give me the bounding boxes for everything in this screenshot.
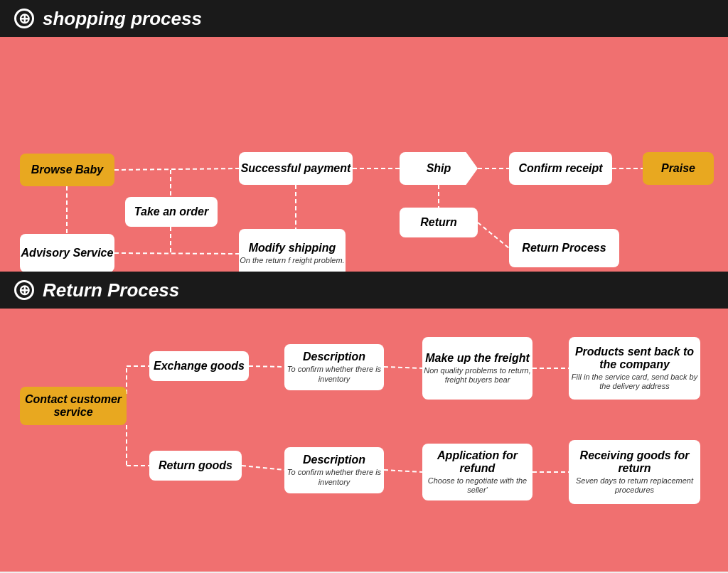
contact-node: Contact customer service <box>20 387 127 425</box>
exchange-goods-label: Exchange goods <box>154 360 245 373</box>
svg-line-10 <box>478 223 509 248</box>
return-goods-node: Return goods <box>149 451 242 481</box>
svg-line-15 <box>249 366 284 367</box>
modify-shipping-label: Modify shipping <box>249 242 336 255</box>
makeup-freight-node: Make up the freight Non quality problems… <box>422 337 532 400</box>
plus-icon-2: ⊕ <box>14 280 34 300</box>
modify-shipping-sub: On the return f reight problem. <box>240 256 344 265</box>
ship-label: Ship <box>427 162 451 175</box>
browse-baby-node: Browse Baby <box>20 154 114 186</box>
confirm-receipt-label: Confirm receipt <box>518 162 602 175</box>
svg-line-16 <box>384 367 422 368</box>
refund-label: Application for refund <box>422 449 532 475</box>
praise-label: Praise <box>661 162 695 175</box>
svg-line-19 <box>384 470 422 472</box>
successful-payment-label: Successful payment <box>241 162 351 175</box>
exchange-goods-node: Exchange goods <box>149 351 249 381</box>
advisory-service-label: Advisory Service <box>21 247 114 259</box>
successful-payment-node: Successful payment <box>239 152 353 185</box>
description1-label: Description <box>303 350 365 363</box>
section1-title: shopping process <box>43 8 202 30</box>
description2-sub: To confirm whether there is inventory <box>284 468 384 486</box>
return-process-node: Return Process <box>509 229 619 267</box>
modify-shipping-node: Modify shipping On the return f reight p… <box>239 229 346 272</box>
return-process-section: Contact customer service Exchange goods … <box>0 309 728 572</box>
products-sent-sub: Fill in the service card, send back by t… <box>569 373 700 391</box>
shopping-process-section: Browse Baby Advisory Service Take an ord… <box>0 37 728 272</box>
products-sent-node: Products sent back to the company Fill i… <box>569 337 700 400</box>
confirm-receipt-node: Confirm receipt <box>509 152 612 185</box>
makeup-freight-label: Make up the freight <box>425 352 530 365</box>
svg-line-1 <box>114 253 239 254</box>
products-sent-label: Products sent back to the company <box>569 346 700 371</box>
section2-title: Return Process <box>43 279 179 301</box>
section1-header: ⊕ shopping process <box>0 0 728 37</box>
contact-label: Contact customer service <box>20 393 127 419</box>
receiving-label: Receiving goods for return <box>569 449 700 475</box>
receiving-sub: Seven days to return replacement procedu… <box>569 476 700 495</box>
ship-node: Ship <box>400 152 478 185</box>
description1-sub: To confirm whether there is inventory <box>284 365 384 383</box>
svg-line-18 <box>242 466 284 470</box>
advisory-service-node: Advisory Service <box>20 234 114 272</box>
description2-node: Description To confirm whether there is … <box>284 447 384 493</box>
plus-icon-1: ⊕ <box>14 9 34 28</box>
praise-node: Praise <box>643 152 714 185</box>
take-order-node: Take an order <box>125 197 218 227</box>
return-process-label: Return Process <box>522 242 606 255</box>
svg-line-0 <box>114 168 239 170</box>
receiving-node: Receiving goods for return Seven days to… <box>569 440 700 504</box>
makeup-freight-sub: Non quality problems to return, freight … <box>422 366 532 385</box>
return-label: Return <box>420 216 457 229</box>
refund-node: Application for refund Choose to negotia… <box>422 444 532 500</box>
take-order-label: Take an order <box>134 205 208 218</box>
section2-header: ⊕ Return Process <box>0 272 728 309</box>
return-node: Return <box>400 208 478 237</box>
description2-label: Description <box>303 454 365 466</box>
browse-baby-label: Browse Baby <box>31 164 103 176</box>
return-goods-label: Return goods <box>159 459 232 472</box>
refund-sub: Choose to negotiate with the seller' <box>422 476 532 495</box>
description1-node: Description To confirm whether there is … <box>284 344 384 390</box>
